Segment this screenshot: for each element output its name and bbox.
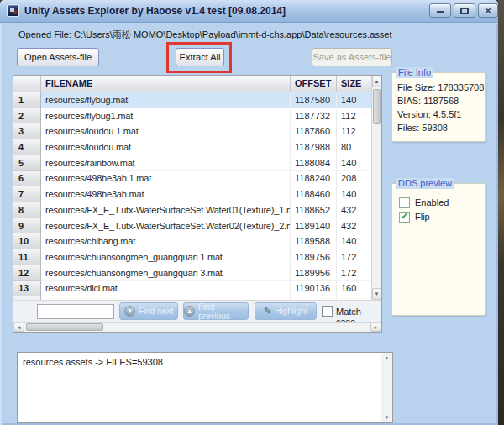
table-cell-off: 1187860 <box>291 123 337 139</box>
log-scroll-down-icon[interactable]: ▼ <box>381 415 392 420</box>
table-cell-fn: resources/498be3ab 1.mat <box>41 171 291 186</box>
scroll-up-icon[interactable]: ▲ <box>372 76 381 87</box>
table-cell-fn: resources/dici.mat <box>41 281 291 296</box>
table-row[interactable]: 2resources/flybug1.mat1187732112 <box>13 108 371 124</box>
minimize-icon <box>437 11 444 13</box>
highlight-label: Highlight <box>275 307 307 316</box>
table-cell-sz: 172 <box>337 249 371 265</box>
table-cell-sz: 140 <box>337 155 371 171</box>
table-cell-off: 1188652 <box>291 202 337 218</box>
highlighter-icon: ✎ <box>264 306 271 317</box>
arrow-down-icon: ▼ <box>124 306 135 317</box>
save-assets-button[interactable]: Save as Assets-file <box>312 48 392 66</box>
scroll-right-icon[interactable]: ► <box>370 323 381 332</box>
app-icon <box>7 4 19 17</box>
files-count-value: Files: 59308 <box>392 121 485 134</box>
table-cell-fn: resources/flybug1.mat <box>41 108 291 124</box>
find-next-button[interactable]: ▼ Find next <box>119 302 178 320</box>
file-size-value: File Size: 178335708 <box>392 81 485 94</box>
dds-preview-title: DDS preview <box>396 178 454 189</box>
table-cell-fn: resources/flybug.mat <box>41 92 291 108</box>
maximize-icon <box>460 8 469 14</box>
table-cell-off: 1188084 <box>291 155 337 171</box>
table-row[interactable]: 13resources/dici.mat1190136160 <box>13 281 371 296</box>
arrow-up-icon: ▲ <box>184 306 195 317</box>
scroll-left-icon[interactable]: ◄ <box>13 323 24 332</box>
table-cell-fn: resources/chibang.mat <box>41 233 291 249</box>
enabled-checkbox[interactable] <box>399 197 410 208</box>
find-previous-button[interactable]: ▲ Find previous <box>183 302 249 320</box>
table-cell-num: 2 <box>13 108 41 124</box>
find-previous-label: Find previous <box>198 302 248 321</box>
match-case-checkbox[interactable] <box>322 306 333 317</box>
column-header-filename[interactable]: FILENAME <box>41 76 291 92</box>
titlebar[interactable]: Unity Assets Explorer by Haoose v1.4 tes… <box>0 0 498 23</box>
vertical-scroll-thumb[interactable] <box>373 89 381 124</box>
scroll-down-icon[interactable]: ▼ <box>372 288 381 300</box>
table-cell-num: 1 <box>13 92 41 108</box>
table-row[interactable]: 1resources/flybug.mat1187580140 <box>13 92 371 108</box>
table-cell-num: 10 <box>13 233 41 249</box>
table-cell-num: 9 <box>13 218 41 234</box>
table-cell-fn: resources/chuansongmen_guangquan 3.mat <box>41 265 291 281</box>
table-row[interactable]: 10resources/chibang.mat1189588140 <box>13 233 371 249</box>
dds-preview-panel: DDS preview Enabled Flip <box>391 183 486 316</box>
table-cell-num: 11 <box>13 249 41 265</box>
table-horizontal-scrollbar[interactable]: ◄ ► <box>13 322 381 332</box>
table-cell-off: 1189588 <box>291 233 337 249</box>
table-cell-off: 1187988 <box>291 139 337 155</box>
find-input[interactable] <box>37 304 114 319</box>
column-header-offset[interactable]: OFFSET <box>291 76 337 92</box>
table-cell-fn: resources/chuansongmen_guangquan 1.mat <box>41 249 291 265</box>
table-row[interactable]: 9resources/FX_E_T.utx-WaterSurfaceSet.Wa… <box>13 218 371 234</box>
table-row[interactable]: 3resources/loudou 1.mat1187860112 <box>13 123 371 139</box>
opened-file-label: Opened File: C:\Users\雨松 MOMO\Desktop\Pa… <box>18 29 391 41</box>
table-cell-off: 1189956 <box>291 265 337 281</box>
minimize-button[interactable] <box>429 3 451 18</box>
maximize-button[interactable] <box>454 3 475 18</box>
screen: Unity Assets Explorer by Haoose v1.4 tes… <box>0 0 504 425</box>
table-cell-sz: 80 <box>337 139 371 155</box>
table-cell-num: 13 <box>13 281 41 296</box>
table-row[interactable]: 7resources/498be3ab.mat1188460140 <box>13 186 371 202</box>
table-cell-fn: resources/FX_E_T.utx-WaterSurfaceSet.Wat… <box>41 202 291 218</box>
horizontal-scroll-thumb[interactable] <box>26 323 103 331</box>
log-scrollbar[interactable]: ▲ ▼ <box>381 353 392 422</box>
table-cell-fn: resources/loudou 1.mat <box>41 123 291 139</box>
file-info-panel: File Info File Size: 178335708 BIAS: 118… <box>391 72 486 142</box>
table-cell-off: 1190136 <box>291 281 337 296</box>
table-row[interactable]: 4resources/loudou.mat118798880 <box>13 139 371 155</box>
client-area: Opened File: C:\Users\雨松 MOMO\Desktop\Pa… <box>0 24 498 425</box>
find-bar: ▼ Find next ▲ Find previous ✎ Highlight … <box>13 300 381 322</box>
table-header: FILENAME OFFSET SIZE <box>13 76 381 92</box>
table-cell-num: 12 <box>13 265 41 281</box>
flip-checkbox[interactable] <box>399 212 410 223</box>
table-cell-sz: 140 <box>337 186 371 202</box>
table-cell-off: 1187732 <box>291 108 337 124</box>
open-assets-button[interactable]: Open Assets-file <box>17 48 99 66</box>
table-cell-num: 6 <box>13 171 41 186</box>
table-cell-off: 1188460 <box>291 186 337 202</box>
table-row[interactable]: 12resources/chuansongmen_guangquan 3.mat… <box>13 265 371 281</box>
version-value: Version: 4.5.5f1 <box>392 108 485 121</box>
window-title: Unity Assets Explorer by Haoose v1.4 tes… <box>24 5 286 17</box>
extract-all-button[interactable]: Extract All <box>176 48 224 66</box>
table-cell-sz: 112 <box>337 123 371 139</box>
bias-value: BIAS: 1187568 <box>392 94 485 108</box>
table-row[interactable]: 8resources/FX_E_T.utx-WaterSurfaceSet.Wa… <box>13 202 371 218</box>
table-row[interactable]: 6resources/498be3ab 1.mat1188240208 <box>13 171 371 186</box>
table-row[interactable]: 11resources/chuansongmen_guangquan 1.mat… <box>13 249 371 265</box>
close-button[interactable]: × <box>478 3 498 18</box>
column-header-index <box>13 76 41 92</box>
table-cell-num: 4 <box>13 139 41 155</box>
table-row[interactable]: 5resources/rainbow.mat1188084140 <box>13 155 371 171</box>
find-next-label: Find next <box>139 307 173 316</box>
highlight-button[interactable]: ✎ Highlight <box>255 302 317 320</box>
table-cell-num: 8 <box>13 202 41 218</box>
table-cell-off: 1188240 <box>291 171 337 186</box>
log-scroll-up-icon[interactable]: ▲ <box>381 355 392 360</box>
column-header-size[interactable]: SIZE <box>337 76 371 92</box>
file-table: FILENAME OFFSET SIZE 1resources/flybug.m… <box>13 75 382 333</box>
table-cell-fn: resources/loudou.mat <box>41 139 291 155</box>
table-vertical-scrollbar[interactable]: ▲ ▼ <box>371 76 381 300</box>
